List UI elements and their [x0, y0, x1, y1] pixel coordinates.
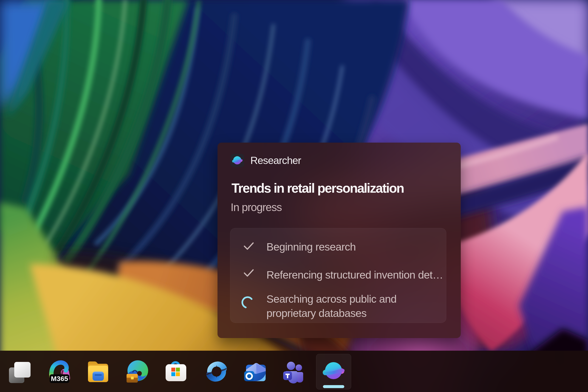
- svg-text:M365: M365: [51, 375, 68, 382]
